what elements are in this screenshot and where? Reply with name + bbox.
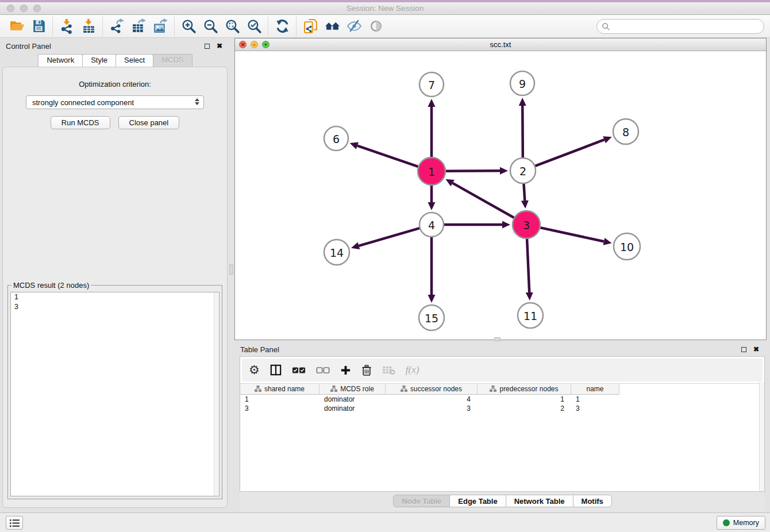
- node-label-6: 6: [333, 133, 340, 145]
- edge-2-3[interactable]: [523, 182, 525, 201]
- delete-table-icon[interactable]: [382, 363, 395, 377]
- tab-node-table[interactable]: Node Table: [393, 495, 450, 507]
- column-header-name[interactable]: name: [571, 384, 619, 395]
- tab-mcds[interactable]: MCDS: [153, 54, 192, 67]
- export-network-icon[interactable]: [106, 17, 128, 36]
- table-tab-strip: Node TableEdge TableNetwork TableMotifs: [240, 492, 765, 511]
- float-table-panel-icon[interactable]: [739, 345, 748, 354]
- delete-column-icon[interactable]: [361, 363, 372, 377]
- node-label-4: 4: [428, 219, 435, 232]
- edge-arrow-4-14: [351, 242, 360, 249]
- edge-arrow-1-4: [428, 202, 436, 210]
- close-panel-icon[interactable]: ✖: [215, 41, 224, 51]
- edge-arrow-3-11: [526, 292, 533, 300]
- vertical-splitter-grip[interactable]: [229, 264, 233, 275]
- import-table-icon[interactable]: [78, 17, 99, 36]
- table-settings-icon[interactable]: ⚙: [249, 363, 260, 377]
- export-image-icon[interactable]: [149, 17, 171, 36]
- task-list-icon: [9, 519, 20, 527]
- column-header-shared-name[interactable]: shared name: [240, 384, 319, 395]
- tab-select[interactable]: Select: [116, 54, 153, 67]
- mcds-result-list[interactable]: 13: [10, 292, 220, 496]
- mcds-result-group: MCDS result (2 nodes) 13: [7, 281, 222, 499]
- mcds-result-title: MCDS result (2 nodes): [11, 281, 91, 290]
- tab-style[interactable]: Style: [82, 54, 116, 67]
- optimization-dropdown[interactable]: strongly connected component: [26, 95, 204, 109]
- column-type-icon: [490, 385, 496, 392]
- close-table-panel-icon[interactable]: ✖: [752, 345, 761, 354]
- node-label-9: 9: [519, 78, 526, 90]
- column-header-successor-nodes[interactable]: successor nodes: [386, 384, 478, 395]
- node-label-7: 7: [428, 79, 435, 91]
- search-input[interactable]: [613, 21, 764, 32]
- edge-3-1[interactable]: [453, 183, 515, 219]
- edge-arrow-1-7: [428, 99, 436, 107]
- deselect-all-columns-icon[interactable]: [316, 363, 330, 377]
- zoom-in-icon[interactable]: [178, 17, 199, 36]
- node-label-3: 3: [523, 219, 530, 232]
- horizontal-splitter-grip[interactable]: [494, 337, 500, 341]
- result-scrollbar[interactable]: [214, 292, 219, 496]
- function-builder-icon[interactable]: f(x): [406, 363, 419, 377]
- import-network-icon[interactable]: [56, 17, 78, 36]
- column-header-predecessor-nodes[interactable]: predecessor nodes: [478, 384, 571, 395]
- main-toolbar: [0, 15, 770, 38]
- column-header-MCDS-role[interactable]: MCDS role: [319, 384, 386, 395]
- edge-2-9[interactable]: [522, 106, 523, 159]
- network-window-titlebar[interactable]: ✕ − + scc.txt: [235, 38, 766, 51]
- accent-strip: [0, 0, 770, 2]
- edge-arrow-1-6: [350, 142, 359, 149]
- node-label-1: 1: [428, 165, 435, 178]
- edge-1-2[interactable]: [444, 171, 500, 171]
- edge-4-14[interactable]: [359, 228, 421, 246]
- memory-status-icon: [723, 519, 730, 526]
- new-network-from-selection-icon[interactable]: [299, 17, 321, 36]
- zoom-out-icon[interactable]: [199, 17, 221, 36]
- tab-network[interactable]: Network: [38, 54, 83, 67]
- show-columns-icon[interactable]: [270, 363, 282, 377]
- network-window-title: scc.txt: [235, 40, 766, 49]
- control-panel-tabs: NetworkStyleSelectMCDS: [0, 54, 230, 67]
- column-type-icon: [401, 385, 407, 392]
- table-scrollbar[interactable]: [759, 382, 764, 491]
- edge-arrow-2-9: [519, 98, 526, 106]
- apply-layout-icon[interactable]: [271, 17, 293, 36]
- save-session-icon[interactable]: [28, 17, 49, 36]
- memory-label: Memory: [733, 519, 759, 527]
- open-session-icon[interactable]: [6, 17, 28, 36]
- status-bar: Memory: [0, 512, 770, 532]
- tab-edge-table[interactable]: Edge Table: [449, 495, 506, 507]
- dropdown-spinner-icon: [195, 98, 199, 105]
- tab-network-table[interactable]: Network Table: [506, 495, 573, 507]
- table-header-row: shared nameMCDS rolesuccessor nodesprede…: [240, 383, 764, 395]
- table-toolbar: ⚙ f(x): [242, 358, 763, 381]
- table-panel: Table Panel ✖ ⚙ f(x): [234, 341, 767, 511]
- float-panel-icon[interactable]: [202, 41, 211, 51]
- automation-panel-button[interactable]: [6, 516, 23, 530]
- show-all-icon[interactable]: [365, 17, 387, 36]
- zoom-fit-icon[interactable]: [221, 17, 243, 36]
- export-table-icon[interactable]: [128, 17, 149, 36]
- edge-1-6[interactable]: [357, 146, 419, 167]
- edge-3-11[interactable]: [527, 237, 529, 292]
- hide-selected-icon[interactable]: [343, 17, 365, 36]
- mcds-result-item[interactable]: 1: [11, 292, 219, 302]
- edge-2-8[interactable]: [534, 140, 605, 167]
- edge-3-10[interactable]: [538, 228, 603, 242]
- table-row[interactable]: 1dominator411: [240, 395, 764, 404]
- zoom-selected-icon[interactable]: [243, 17, 265, 36]
- memory-button[interactable]: Memory: [717, 516, 765, 530]
- mcds-result-item[interactable]: 3: [11, 302, 219, 312]
- table-row[interactable]: 3dominator323: [240, 404, 764, 413]
- network-canvas[interactable]: 1234678910111415: [235, 51, 766, 340]
- toolbar-separator: [52, 17, 53, 36]
- run-mcds-button[interactable]: Run MCDS: [51, 116, 110, 129]
- tab-motifs[interactable]: Motifs: [573, 495, 612, 507]
- toolbar-separator: [174, 17, 175, 36]
- close-panel-button[interactable]: Close panel: [118, 116, 180, 129]
- node-table-container: ⚙ f(x) shared nameMCDS rolesuccessor nod…: [240, 356, 765, 492]
- optimization-criterion-label: Optimization criterion:: [3, 80, 227, 88]
- add-column-icon[interactable]: [340, 363, 351, 377]
- first-neighbors-icon[interactable]: [321, 17, 343, 36]
- select-all-columns-icon[interactable]: [292, 363, 306, 377]
